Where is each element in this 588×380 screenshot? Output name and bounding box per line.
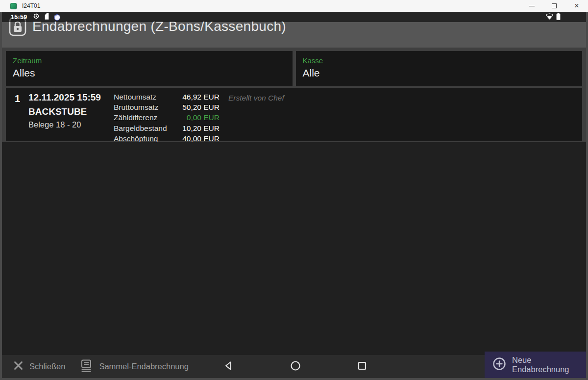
- metric-label: Nettoumsatz: [114, 92, 156, 102]
- row-register-name: BACKSTUBE: [28, 106, 110, 117]
- settlement-row[interactable]: 1 12.11.2025 15:59 BACKSTUBE Belege 18 -…: [6, 88, 582, 141]
- recents-square-icon: [356, 360, 368, 374]
- metric-value: 46,92 EUR: [182, 92, 220, 102]
- minimize-icon: [529, 6, 535, 6]
- metric-zaehldifferenz: Zähldifferenz 0,00 EUR: [114, 112, 220, 123]
- metric-nettoumsatz: Nettoumsatz 46,92 EUR: [114, 92, 220, 102]
- filter-zeitraum[interactable]: Zeitraum Alles: [6, 51, 293, 86]
- app-header: Endabrechnungen (Z-Bons/Kassenbuch) 15:5…: [2, 12, 586, 48]
- status-time: 15:59: [11, 14, 27, 21]
- sd-card-icon: [44, 13, 49, 22]
- collective-settlement-button[interactable]: Sammel-Endabrechnung: [80, 359, 189, 375]
- status-bar: 15:59: [2, 12, 586, 22]
- metric-value: 10,20 EUR: [182, 123, 220, 133]
- filter-row: Zeitraum Alles Kasse Alle: [6, 51, 582, 86]
- row-info: 12.11.2025 15:59 BACKSTUBE Belege 18 - 2…: [28, 92, 110, 137]
- app-window: I24T01 × Endabrechnungen (Z-Bons/Kassenb…: [0, 0, 588, 380]
- filter-zeitraum-label: Zeitraum: [13, 56, 286, 65]
- close-icon: ×: [574, 2, 579, 10]
- row-index: 1: [11, 92, 28, 137]
- row-receipt-range: Belege 18 - 20: [28, 120, 110, 129]
- metric-bruttoumsatz: Bruttoumsatz 50,20 EUR: [114, 102, 220, 112]
- new-settlement-label: Neue Endabrechnung: [512, 355, 586, 374]
- metric-label: Zähldifferenz: [114, 112, 157, 123]
- close-button-label: Schließen: [29, 362, 65, 371]
- metric-label: Bargeldbestand: [114, 123, 167, 133]
- filter-zeitraum-value: Alles: [13, 67, 286, 79]
- bottom-bar: Schließen Sammel-Endabrechnung: [2, 355, 586, 378]
- collective-settlement-label: Sammel-Endabrechnung: [99, 362, 189, 371]
- row-created-by: Erstellt von Chef: [228, 92, 284, 137]
- wifi-icon: [545, 13, 554, 22]
- maximize-button[interactable]: [543, 0, 565, 12]
- filters-and-list: Zeitraum Alles Kasse Alle 1 12.11.2025 1…: [2, 48, 586, 142]
- close-button[interactable]: Schließen: [14, 361, 65, 372]
- ledger-book-icon: [80, 359, 93, 375]
- window-title: I24T01: [22, 2, 40, 9]
- status-left-icons: [33, 13, 60, 22]
- metric-label: Bruttoumsatz: [114, 102, 158, 112]
- android-recents-button[interactable]: [356, 360, 368, 373]
- gear-icon: [33, 13, 40, 22]
- empty-list-area: [2, 142, 586, 355]
- battery-icon: [556, 13, 561, 22]
- android-home-button[interactable]: [289, 360, 302, 373]
- filter-kasse-label: Kasse: [303, 56, 576, 65]
- filter-kasse-value: Alle: [303, 67, 576, 79]
- plus-circle-icon: [492, 357, 506, 373]
- back-triangle-icon: [222, 360, 234, 374]
- metric-value: 0,00 EUR: [187, 112, 220, 123]
- row-datetime: 12.11.2025 15:59: [28, 92, 110, 103]
- app-window-icon: [10, 3, 17, 9]
- close-window-button[interactable]: ×: [565, 0, 588, 12]
- app-notification-icon: [54, 14, 60, 21]
- android-screen: Endabrechnungen (Z-Bons/Kassenbuch) 15:5…: [2, 12, 586, 378]
- os-titlebar: I24T01 ×: [0, 0, 588, 12]
- close-x-icon: [14, 361, 23, 372]
- metric-value: 50,20 EUR: [182, 102, 220, 112]
- status-right-icons: [545, 13, 561, 22]
- filter-kasse[interactable]: Kasse Alle: [296, 51, 583, 86]
- metric-bargeldbestand: Bargeldbestand 10,20 EUR: [114, 123, 220, 133]
- home-circle-icon: [290, 360, 301, 374]
- android-back-button[interactable]: [222, 360, 235, 373]
- maximize-icon: [552, 3, 557, 8]
- row-metrics: Nettoumsatz 46,92 EUR Bruttoumsatz 50,20…: [114, 92, 220, 137]
- minimize-button[interactable]: [520, 0, 543, 12]
- window-controls: ×: [520, 0, 588, 12]
- new-settlement-button[interactable]: Neue Endabrechnung: [485, 352, 586, 378]
